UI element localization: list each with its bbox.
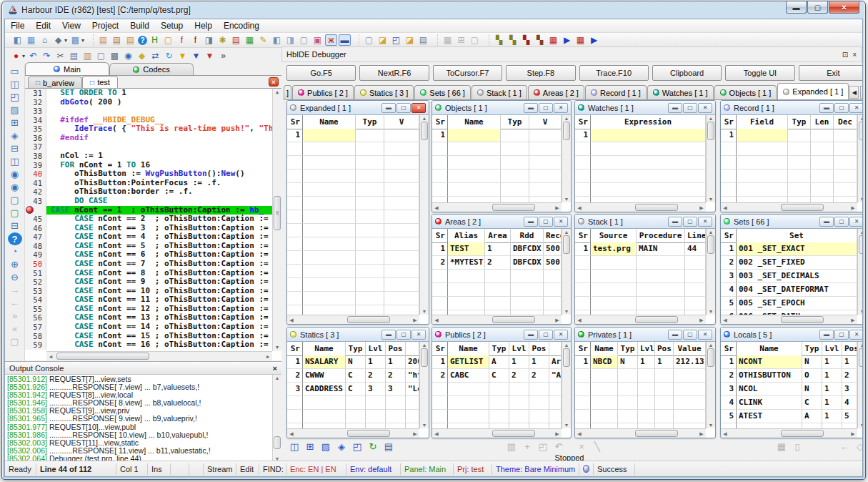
stack-table[interactable]: SrSourceProcedureLine1test.prgMAIN44 xyxy=(575,229,706,315)
copy-icon[interactable]: ▤ xyxy=(68,50,80,62)
code-line[interactable]: 36 #endif xyxy=(25,134,281,143)
rows-icon[interactable]: ⊟ xyxy=(8,142,22,155)
watches-hscrollbar[interactable]: ◀▶ xyxy=(575,202,706,212)
sets-titlebar[interactable]: Sets [ 66 ]▬▢✕ xyxy=(721,215,863,229)
scroll-down-icon[interactable]: ▼ xyxy=(420,423,429,428)
tile-grid-icon[interactable]: ⊞ xyxy=(303,441,317,453)
expanded-vscrollbar[interactable]: ▲▼ xyxy=(419,115,429,315)
calendar-icon[interactable]: ▤ xyxy=(97,34,109,46)
code-line[interactable]: 31 SET ORDER TO 1 xyxy=(25,89,281,98)
find-icon[interactable]: ◉ xyxy=(122,50,134,62)
edit-page-icon[interactable]: ▢ xyxy=(162,34,174,46)
code-line[interactable]: 51 CASE nCont == 8 ; oThisButton:Caption… xyxy=(25,269,281,278)
locals-vscrollbar[interactable]: ▲▼ xyxy=(857,342,863,428)
scroll-right-icon[interactable]: ▶ xyxy=(412,431,418,437)
minimize-button[interactable]: ▬ xyxy=(786,1,807,14)
table-row[interactable]: 1 xyxy=(575,129,706,142)
stack-hscrollbar[interactable]: ◀▶ xyxy=(575,315,706,324)
redo-icon[interactable]: ↷ xyxy=(41,50,53,62)
stack-minimize-icon[interactable]: ▬ xyxy=(668,217,682,227)
save-rail-icon[interactable]: ◰ xyxy=(8,91,22,104)
hscroll-thumb[interactable] xyxy=(781,204,824,211)
bookmark-red-icon[interactable]: ▼ xyxy=(204,50,216,62)
debugger-button-clipboard[interactable]: Clipboard xyxy=(652,65,722,81)
scroll-down-icon[interactable]: ▼ xyxy=(707,197,715,202)
gears-icon[interactable]: ✱ xyxy=(216,34,229,46)
console-vscrollbar[interactable]: ▲ ▼ xyxy=(272,375,281,462)
scroll-left-icon[interactable]: ◀ xyxy=(434,205,439,211)
debugger-dock-titlebar[interactable]: HbIDE Debugger ⊡× xyxy=(281,46,862,62)
expanded-close-icon[interactable]: ✕ xyxy=(411,103,426,113)
open-icon[interactable]: ◪ xyxy=(376,34,389,46)
grid-rail-icon[interactable]: ⊞ xyxy=(8,117,22,129)
debug-window-publics[interactable]: Publics [ 2 ]▬▢✕SrNameTypLvlPos1GETLISTA… xyxy=(431,327,572,438)
vscroll-thumb[interactable] xyxy=(563,235,570,254)
table-row[interactable]: 2002 _SET_FIXED xyxy=(721,256,857,270)
bookmark-yellow-icon[interactable]: ▼ xyxy=(176,50,189,62)
code-line[interactable]: 41 oThisButton:PointerFocus := .f. xyxy=(25,179,281,188)
home-icon[interactable]: ⌂ xyxy=(39,34,51,46)
hscroll-thumb[interactable] xyxy=(635,204,678,211)
code-line[interactable]: 35 IdeTrace( { "This is real-time push!"… xyxy=(25,124,281,134)
table-row[interactable]: 2CWWWC22"ht xyxy=(287,369,419,383)
objects-close-icon[interactable]: ✕ xyxy=(554,103,568,113)
statics-minimize-icon[interactable]: ▬ xyxy=(381,330,396,340)
hscroll-thumb[interactable] xyxy=(781,430,824,437)
bookmark-blue-icon[interactable]: ▼ xyxy=(190,50,202,62)
vscroll-thumb[interactable] xyxy=(707,235,714,254)
function2-icon[interactable]: f xyxy=(189,34,201,46)
publics-table[interactable]: SrNameTypLvlPos1GETLISTA11Arra2CABCC22"A… xyxy=(432,342,562,428)
debugger-button-trace-f10[interactable]: Trace.F10 xyxy=(579,65,649,81)
debugger-tab-objects1[interactable]: Objects [ 1 ] xyxy=(714,85,777,99)
pen-icon[interactable]: ✎ xyxy=(257,34,269,46)
table-row[interactable]: 1test.prgMAIN44 xyxy=(575,242,706,256)
vscroll-thumb[interactable] xyxy=(859,235,863,254)
objects-minimize-icon[interactable]: ▬ xyxy=(524,103,538,113)
stack-close-icon[interactable]: ✕ xyxy=(698,217,712,227)
locals-hscrollbar[interactable]: ◀▶ xyxy=(721,428,857,438)
table-row[interactable]: 5005 _SET_EPOCH xyxy=(721,297,857,310)
help-rail-icon[interactable]: ? xyxy=(8,232,22,245)
print-icon[interactable]: ▤ xyxy=(417,34,429,46)
scroll-up-icon[interactable]: ▲ xyxy=(858,230,863,235)
console-log[interactable]: [85301.912] REQUEST[7]...view,sets[85301… xyxy=(5,375,272,462)
menu-view[interactable]: View xyxy=(56,20,86,31)
cascade-icon[interactable]: ▨ xyxy=(319,441,333,453)
areas-table[interactable]: SrAliasAreaRddReco1TEST1DBFCDX5002*MYTES… xyxy=(432,229,562,315)
statics-close-icon[interactable]: ✕ xyxy=(411,330,426,340)
console-scroll-up-icon[interactable]: ▲ xyxy=(273,375,281,380)
expanded-hscrollbar[interactable]: ◀▶ xyxy=(287,315,419,324)
file-tab-b_arview[interactable]: □b_arview xyxy=(28,77,82,88)
privates-vscrollbar[interactable]: ▲▼ xyxy=(706,342,715,428)
table-row[interactable]: 1NBCDN11212.13 xyxy=(575,355,706,369)
vscroll-thumb[interactable] xyxy=(707,122,714,140)
vscroll-thumb[interactable] xyxy=(859,348,863,367)
editor-group-tab-main[interactable]: Main xyxy=(25,62,109,75)
publics-titlebar[interactable]: Publics [ 2 ]▬▢✕ xyxy=(432,328,571,342)
code-line[interactable]: 50 CASE nCont == 7 ; oThisButton:Caption… xyxy=(25,260,281,269)
record-close-icon[interactable]: ✕ xyxy=(849,103,863,113)
table-row[interactable]: 1TEST1DBFCDX500 xyxy=(432,242,562,256)
help-icon[interactable]: ? xyxy=(138,36,147,45)
locals-maximize-icon[interactable]: ▢ xyxy=(834,330,849,340)
debugger-tab-publics2[interactable]: Publics [ 2 ] xyxy=(292,85,354,99)
menu-file[interactable]: File xyxy=(5,20,30,31)
code-line[interactable]: 33 xyxy=(25,107,281,116)
debug-window-sets[interactable]: Sets [ 66 ]▬▢✕SrSet1001 _SET_EXACT2002 _… xyxy=(720,214,863,325)
statics-maximize-icon[interactable]: ▢ xyxy=(396,330,411,340)
watches-vscrollbar[interactable]: ▲▼ xyxy=(706,115,715,202)
scroll-right-icon[interactable]: ▶ xyxy=(554,205,560,211)
code-line[interactable]: 57 CASE nCont == 14 ; oThisButton:Captio… xyxy=(25,323,281,332)
console-close-icon[interactable]: × xyxy=(273,364,277,373)
code-line[interactable]: 39 FOR nCont = 1 TO 16 xyxy=(25,161,281,170)
watches-maximize-icon[interactable]: ▢ xyxy=(683,103,697,113)
privates-minimize-icon[interactable]: ▬ xyxy=(668,330,682,340)
breakpoint-icon[interactable] xyxy=(26,206,34,214)
scroll-right-icon[interactable]: ▶ xyxy=(699,205,704,211)
watches-table[interactable]: SrExpression1 xyxy=(575,115,706,202)
hscroll-thumb[interactable] xyxy=(492,316,535,323)
build-config-icon[interactable]: ◆ xyxy=(52,34,64,46)
menu-project[interactable]: Project xyxy=(86,20,124,31)
compile-icon[interactable]: ▚ xyxy=(493,34,505,46)
record-minimize-icon[interactable]: ▬ xyxy=(819,103,834,113)
